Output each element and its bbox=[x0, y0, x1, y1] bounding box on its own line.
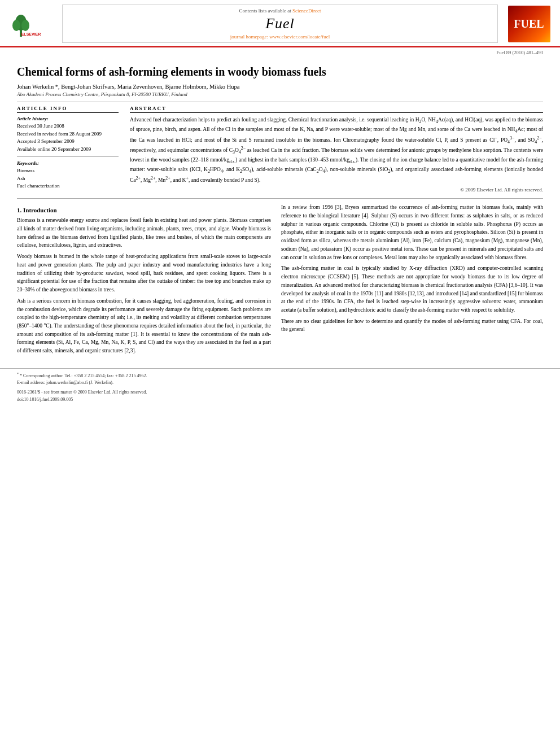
footer-note-email: E-mail address: johan.werkelin@abo.fi (J… bbox=[17, 379, 543, 387]
received-revised: Received in revised form 28 August 2009 bbox=[17, 130, 119, 138]
intro-p4: In a review from 1996 [3], Bryers summar… bbox=[281, 203, 543, 261]
available: Available online 20 September 2009 bbox=[17, 146, 119, 154]
article-info-col: ARTICLE INFO Article history: Received 3… bbox=[17, 106, 119, 193]
footer-issn: 0016-2361/$ - see front matter © 2009 El… bbox=[17, 389, 543, 396]
accepted: Accepted 3 September 2009 bbox=[17, 138, 119, 146]
elsevier-logo-container: ELSEVIER bbox=[6, 5, 56, 43]
elsevier-logo-icon: ELSEVIER bbox=[8, 8, 54, 40]
body-right-col: In a review from 1996 [3], Bryers summar… bbox=[281, 203, 543, 358]
article-history-label: Article history: bbox=[17, 116, 119, 121]
keyword-3: Fuel characterization bbox=[17, 182, 119, 190]
page-header: ELSEVIER Contents lists available at Sci… bbox=[0, 0, 560, 47]
main-content: Chemical forms of ash-forming elements i… bbox=[0, 56, 560, 364]
intro-section-title: 1. Introduction bbox=[17, 207, 271, 213]
keyword-1: Biomass bbox=[17, 167, 119, 175]
intro-p5: The ash-forming matter in coal is typica… bbox=[281, 264, 543, 314]
article-info-header: ARTICLE INFO bbox=[17, 106, 119, 113]
abstract-col: ABSTRACT Advanced fuel characterization … bbox=[130, 106, 543, 193]
fuel-logo-box-container: FUEL bbox=[504, 5, 554, 43]
sciencedirect-link[interactable]: ScienceDirect bbox=[292, 8, 321, 14]
footer-doi: doi:10.1016/j.fuel.2009.09.005 bbox=[17, 396, 543, 404]
affiliation: Åbo Akademi Process Chemistry Centre, Pi… bbox=[17, 91, 543, 97]
svg-point-3 bbox=[12, 20, 20, 31]
journal-info-center: Contents lists available at ScienceDirec… bbox=[62, 5, 498, 43]
article-meta-top: Fuel 89 (2010) 481–493 bbox=[0, 47, 560, 56]
intro-p2: Woody biomass is burned in the whole ran… bbox=[17, 252, 271, 294]
divider-body bbox=[17, 198, 543, 199]
sciencedirect-label: Contents lists available at bbox=[239, 8, 291, 14]
authors: Johan Werkelin *, Bengt-Johan Skrifvars,… bbox=[17, 84, 543, 90]
body-content: 1. Introduction Biomass is a renewable e… bbox=[17, 203, 543, 358]
journal-homepage: journal homepage: www.elsevier.com/locat… bbox=[230, 34, 330, 40]
intro-p1: Biomass is a renewable energy source and… bbox=[17, 216, 271, 250]
svg-point-4 bbox=[21, 20, 29, 31]
keyword-2: Ash bbox=[17, 175, 119, 183]
page-footer: * * Corresponding author. Tel.: +358 2 2… bbox=[0, 368, 560, 407]
received1: Received 30 June 2008 bbox=[17, 123, 119, 130]
fuel-logo-icon: FUEL bbox=[508, 6, 550, 42]
divider-keywords bbox=[17, 156, 119, 157]
keywords-label: Keywords: bbox=[17, 160, 119, 166]
copyright-line: © 2009 Elsevier Ltd. All rights reserved… bbox=[130, 187, 543, 193]
body-left-col: 1. Introduction Biomass is a renewable e… bbox=[17, 203, 271, 358]
divider-1 bbox=[17, 102, 543, 102]
abstract-header: ABSTRACT bbox=[130, 106, 543, 113]
intro-p3: Ash is a serious concern in biomass comb… bbox=[17, 297, 271, 355]
svg-text:ELSEVIER: ELSEVIER bbox=[21, 32, 41, 36]
intro-p6: There are no clear guidelines for how to… bbox=[281, 317, 543, 334]
journal-title: Fuel bbox=[265, 15, 295, 32]
article-info-abstract: ARTICLE INFO Article history: Received 3… bbox=[17, 106, 543, 193]
footer-note-1: * * Corresponding author. Tel.: +358 2 2… bbox=[17, 372, 543, 379]
sciencedirect-line: Contents lists available at ScienceDirec… bbox=[239, 8, 321, 14]
article-title: Chemical forms of ash-forming elements i… bbox=[17, 64, 543, 79]
abstract-text: Advanced fuel characterization helps to … bbox=[130, 116, 543, 184]
